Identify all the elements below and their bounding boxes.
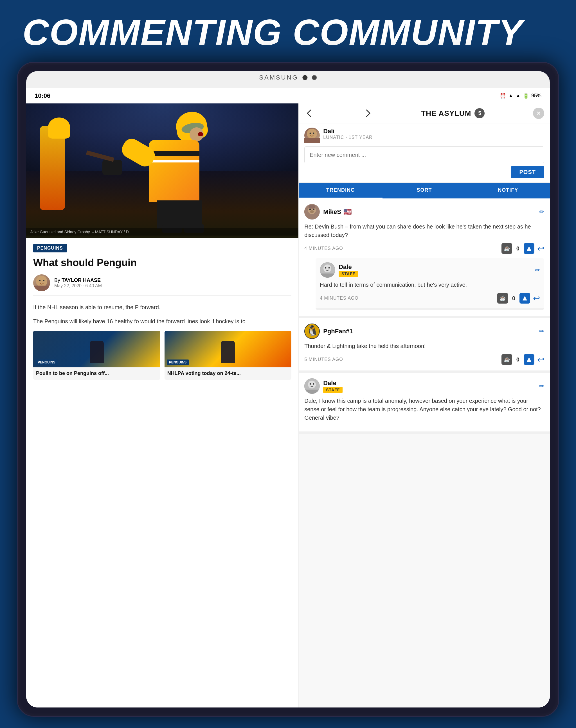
- svg-point-24: [308, 381, 316, 389]
- reply-1-text: Hard to tell in terms of communication, …: [320, 280, 540, 289]
- wifi-icon: ▲: [508, 93, 513, 99]
- commenter-3-name-row: Dale STAFF: [323, 380, 343, 393]
- article-image: Jake Guentzel and Sidney Crosby. – MATT …: [26, 103, 298, 238]
- comments-header: THE ASYLUM 5 ×: [299, 103, 550, 123]
- commenter-1-avatar: [304, 204, 320, 219]
- reply-1-name: Dale: [339, 263, 358, 271]
- svg-rect-22: [305, 324, 319, 338]
- close-button[interactable]: ×: [533, 108, 544, 119]
- back-button[interactable]: [304, 108, 314, 118]
- tab-notify[interactable]: NOTIFY: [466, 183, 550, 199]
- commenter-2-left: 🐧 PghFan#1: [304, 324, 353, 339]
- article-panel: Jake Guentzel and Sidney Crosby. – MATT …: [26, 103, 298, 707]
- device-brand-label: SAMSUNG: [259, 71, 317, 81]
- comment-tabs: TRENDING SORT NOTIFY: [299, 183, 550, 199]
- page-title: COMMENTING COMMUNITY: [23, 11, 523, 53]
- comment-1-footer: 4 MINUTES AGO ☕ 0 ↩: [304, 243, 544, 254]
- article-paragraph-2: The Penguins will likely have 16 healthy…: [33, 317, 291, 326]
- svg-point-2: [43, 280, 45, 281]
- downvote-btn-2[interactable]: [524, 354, 535, 365]
- author-name: TAYLOR HAASE: [62, 277, 101, 283]
- comment-1-text: Re: Devin Bush – from what you can share…: [304, 222, 544, 239]
- reply-1-edit[interactable]: ✏: [535, 267, 540, 274]
- status-time: 10:06: [35, 92, 50, 99]
- comments-list: MikeS 🇺🇸 ✏ Re: Devin Bush – from what yo…: [299, 199, 550, 707]
- tab-trending[interactable]: TRENDING: [299, 183, 382, 199]
- reply-1-actions: ☕ 0 ↩: [497, 293, 540, 304]
- reply-1-header: Dale STAFF ✏: [320, 262, 540, 278]
- vote-count-reply-1: 0: [512, 295, 515, 302]
- author-row: By TAYLOR HAASE May 22, 2020 · 6:40 AM: [33, 274, 291, 296]
- current-user-info: Dali LUNATIC · 1ST YEAR: [323, 128, 544, 140]
- comment-1-time: 4 MINUTES AGO: [304, 246, 343, 251]
- commenter-3-left: Dale STAFF: [304, 378, 343, 394]
- thumb-badge-2: PENGUINS: [167, 360, 189, 365]
- upvote-icon-1[interactable]: ☕: [501, 243, 512, 254]
- svg-point-4: [307, 129, 317, 139]
- by-label: By: [54, 277, 60, 283]
- reply-icon-1[interactable]: ↩: [537, 244, 544, 253]
- comment-2-footer: 5 MINUTES AGO ☕ 0 ↩: [304, 354, 544, 365]
- upvote-icon-reply-1[interactable]: ☕: [497, 293, 508, 304]
- battery-icon: 🔋: [523, 93, 529, 99]
- comment-input[interactable]: [304, 147, 544, 163]
- comment-3-edit[interactable]: ✏: [539, 383, 544, 390]
- comment-1-edit[interactable]: ✏: [539, 208, 544, 216]
- comment-count-badge: 5: [474, 108, 485, 118]
- comment-2-actions: ☕ 0 ↩: [501, 354, 544, 365]
- vote-count-2: 0: [516, 356, 519, 363]
- current-user-role: LUNATIC · 1ST YEAR: [323, 135, 544, 140]
- thumb-title-2: NHLPA voting today on 24-te...: [165, 367, 292, 380]
- battery-percent: 95%: [531, 93, 541, 99]
- downvote-btn-1[interactable]: [524, 243, 535, 254]
- reply-icon-reply-1[interactable]: ↩: [533, 294, 540, 303]
- thumb-badge-1: PENGUINS: [35, 360, 58, 365]
- comment-2-edit[interactable]: ✏: [539, 328, 544, 335]
- thumb-card-2[interactable]: PENGUINS NHLPA voting today on 24-te...: [165, 331, 292, 380]
- article-title: What should Penguin: [33, 256, 291, 269]
- screen: 10:06 ⏰ ▲ ▲ 🔋 95%: [26, 88, 550, 707]
- commenter-2-name: PghFan#1: [323, 328, 353, 335]
- svg-point-16: [323, 265, 331, 272]
- thumb-card-1[interactable]: PENGUINS Poulin to be on Penguins off...: [33, 331, 160, 380]
- svg-rect-19: [320, 273, 335, 278]
- user-input-row: Dali LUNATIC · 1ST YEAR: [304, 128, 544, 143]
- upvote-icon-2[interactable]: ☕: [501, 354, 512, 365]
- svg-rect-27: [304, 390, 320, 394]
- brand-text: SAMSUNG: [259, 74, 298, 81]
- svg-point-0: [36, 276, 47, 287]
- comments-title-row: THE ASYLUM 5: [421, 108, 485, 118]
- comment-2-time: 5 MINUTES AGO: [304, 357, 343, 362]
- tablet-device: SAMSUNG 10:06 ⏰ ▲ ▲ 🔋 95%: [17, 62, 559, 717]
- tablet-screen: SAMSUNG 10:06 ⏰ ▲ ▲ 🔋 95%: [26, 71, 550, 707]
- comments-title: THE ASYLUM: [421, 109, 471, 118]
- comment-1-actions: ☕ 0 ↩: [501, 243, 544, 254]
- comment-2-text: Thunder & Lightning take the field this …: [304, 342, 544, 350]
- vote-count-1: 0: [516, 245, 519, 252]
- commenter-2-avatar: 🐧: [304, 324, 320, 339]
- tab-sort[interactable]: SORT: [382, 183, 466, 199]
- thumb-title-1: Poulin to be on Penguins off...: [33, 367, 160, 380]
- svg-rect-7: [304, 138, 320, 143]
- image-caption: Jake Guentzel and Sidney Crosby. – MATT …: [26, 228, 298, 236]
- commenter-1-name-row: MikeS 🇺🇸: [323, 208, 352, 216]
- post-button[interactable]: POST: [511, 166, 544, 178]
- main-layout: Jake Guentzel and Sidney Crosby. – MATT …: [26, 103, 550, 707]
- hockey-scene: [26, 103, 298, 238]
- author-info: By TAYLOR HAASE May 22, 2020 · 6:40 AM: [54, 277, 102, 289]
- commenter-2-name-row: PghFan#1: [323, 328, 353, 335]
- current-user-name: Dali: [323, 128, 544, 135]
- article-thumbnails: PENGUINS Poulin to be on Penguins off...…: [33, 331, 291, 380]
- comment-input-area: Dali LUNATIC · 1ST YEAR POST: [299, 123, 550, 183]
- article-body: PENGUINS What should Penguin: [26, 238, 298, 385]
- comments-panel: THE ASYLUM 5 ×: [298, 103, 550, 707]
- forward-button[interactable]: [363, 108, 373, 118]
- comment-item-3: Dale STAFF ✏ Dale, I know this camp is a…: [299, 373, 550, 434]
- svg-point-12: [310, 210, 314, 213]
- comment-item-2: 🐧 PghFan#1 ✏ Thu: [299, 318, 550, 373]
- downvote-btn-reply-1[interactable]: [519, 293, 530, 304]
- article-date: May 22, 2020 · 6:40 AM: [54, 283, 102, 289]
- comment-3-header: Dale STAFF ✏: [304, 378, 544, 394]
- reply-icon-2[interactable]: ↩: [537, 355, 544, 365]
- comment-2-header: 🐧 PghFan#1 ✏: [304, 324, 544, 339]
